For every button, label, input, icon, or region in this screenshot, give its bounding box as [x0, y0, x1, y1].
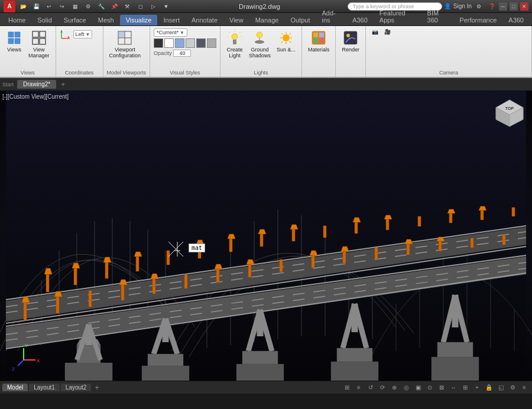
tab-view[interactable]: View [223, 15, 249, 25]
save-button[interactable]: 💾 [31, 1, 41, 12]
statusbar-icon-5[interactable]: ⊕ [389, 382, 400, 393]
statusbar-icon-8[interactable]: ⊙ [424, 382, 435, 393]
camera-group-label: Camera [369, 69, 528, 76]
drawing-tab[interactable]: Drawing2* [17, 80, 56, 89]
swatch-dark[interactable] [154, 38, 163, 48]
tab-home[interactable]: Home [2, 15, 31, 25]
info-icon-1[interactable]: ⚙ [473, 1, 484, 12]
sun-button[interactable]: Sun &... [274, 28, 298, 54]
open-button[interactable]: 📂 [18, 1, 28, 12]
statusbar-icon-3[interactable]: ↺ [365, 382, 376, 393]
svg-line-32 [290, 41, 291, 43]
start-label: Start [2, 82, 14, 87]
camera-btn-2[interactable]: 🎥 [382, 28, 393, 35]
restore-button[interactable]: □ [510, 2, 518, 11]
bridge-scene[interactable]: [-][Custom View][Current] TOP [0, 91, 532, 381]
views-button[interactable]: Views [4, 28, 25, 54]
statusbar-icon-4[interactable]: ⟳ [377, 382, 388, 393]
create-light-button[interactable]: CreateLight [224, 28, 245, 60]
swatch-gray[interactable] [186, 38, 195, 48]
swatch-silver[interactable] [207, 38, 216, 48]
svg-rect-139 [89, 291, 92, 307]
tab-output[interactable]: Output [284, 15, 316, 25]
render-button[interactable]: Render [339, 28, 362, 54]
statusbar-icon-12[interactable]: + [472, 382, 482, 393]
swatch-blue[interactable] [175, 38, 184, 48]
statusbar-icon-14[interactable]: ◱ [495, 382, 506, 393]
qa-icon-2[interactable]: 🔧 [96, 1, 106, 12]
tab-mesh[interactable]: Mesh [92, 15, 120, 25]
info-icon-2[interactable]: ❓ [486, 1, 497, 12]
viewport-config-label: ViewportConfiguration [109, 47, 141, 59]
statusbar-icon-13[interactable]: 🔒 [484, 382, 494, 393]
statusbar-icon-7[interactable]: ▣ [413, 382, 423, 393]
ground-shadows-button[interactable]: GroundShadows [246, 28, 273, 60]
tab-manage[interactable]: Manage [249, 15, 285, 25]
materials-button[interactable]: Materials [306, 28, 332, 54]
minimize-button[interactable]: ─ [499, 2, 507, 11]
visual-styles-dropdown[interactable]: *Current* ▼ [154, 28, 187, 37]
camera-btn-1[interactable]: 📷 [369, 28, 381, 35]
svg-rect-137 [56, 297, 59, 313]
qa-icon-5[interactable]: ◻ [135, 1, 145, 12]
qa-dropdown[interactable]: ▼ [161, 1, 171, 12]
tab-visualize[interactable]: Visualize [120, 15, 158, 25]
tab-annotate[interactable]: Annotate [186, 15, 223, 25]
viewport-cube[interactable]: TOP [494, 97, 523, 126]
svg-text:Z: Z [12, 366, 15, 372]
sun-icon [278, 30, 294, 46]
opacity-label: Opacity [154, 50, 172, 56]
svg-rect-149 [280, 259, 283, 272]
qa-menu-button[interactable]: ▦ [70, 1, 80, 12]
tab-a360-2[interactable]: A360 [502, 15, 530, 25]
svg-rect-145 [216, 269, 219, 283]
tab-performance[interactable]: Performance [453, 15, 502, 25]
svg-rect-150 [312, 255, 314, 268]
svg-marker-91 [142, 366, 189, 381]
app-logo: A [4, 1, 15, 12]
statusbar-icon-6[interactable]: ◎ [401, 382, 411, 393]
qa-icon-4[interactable]: ⚒ [122, 1, 132, 12]
add-tab-button[interactable]: + [57, 79, 69, 90]
statusbar-icon-15[interactable]: ⚙ [507, 382, 518, 393]
statusbar-icon-9[interactable]: ⊠ [436, 382, 447, 393]
ribbon-group-lights: CreateLight GroundShadows [220, 26, 302, 77]
tab-featured[interactable]: Featured Apps [374, 8, 421, 25]
swatch-navy[interactable] [196, 38, 206, 48]
svg-rect-120 [260, 234, 263, 246]
qa-icon-1[interactable]: ⚙ [83, 1, 93, 12]
signin-label[interactable]: Sign In [453, 3, 472, 9]
statusbar-icon-1[interactable]: ⊞ [342, 382, 352, 393]
canvas-area[interactable]: [-][Custom View][Current] TOP [0, 91, 532, 381]
close-button[interactable]: ✕ [520, 2, 528, 11]
tab-insert[interactable]: Insert [157, 15, 186, 25]
tab-addins[interactable]: Add-ins [316, 8, 346, 25]
undo-button[interactable]: ↩ [44, 1, 54, 12]
view-manager-label: ViewManager [28, 47, 50, 59]
statusbar-icon-16[interactable]: ≡ [519, 382, 530, 393]
viewport-label: [-][Custom View][Current] [2, 93, 69, 100]
model-tab[interactable]: Model [2, 384, 28, 391]
coords-dropdown[interactable]: Left ▼ [73, 30, 93, 38]
view-manager-button[interactable]: ViewManager [26, 28, 52, 60]
layout1-tab[interactable]: Layout1 [29, 384, 60, 391]
svg-rect-155 [407, 244, 410, 255]
tab-a360[interactable]: A360 [346, 15, 374, 25]
statusbar-icon-10[interactable]: ↔ [448, 382, 459, 393]
qa-icon-3[interactable]: 📌 [109, 1, 119, 12]
tab-solid[interactable]: Solid [31, 15, 57, 25]
add-layout-button[interactable]: + [92, 383, 101, 392]
swatch-light[interactable] [164, 38, 174, 48]
svg-marker-106 [432, 357, 479, 381]
viewport-config-button[interactable]: ViewportConfiguration [107, 28, 144, 60]
tab-surface[interactable]: Surface [58, 15, 92, 25]
tab-bim360[interactable]: BIM 360 [421, 8, 454, 25]
statusbar: Model Layout1 Layout2 + ⊞ ≡ ↺ ⟳ ⊕ ◎ ▣ ⊙ … [0, 381, 532, 394]
statusbar-icon-2[interactable]: ≡ [353, 382, 364, 393]
redo-button[interactable]: ↪ [57, 1, 67, 12]
statusbar-icon-11[interactable]: ⊞ [460, 382, 471, 393]
render-icon [342, 30, 359, 46]
opacity-input[interactable]: 40 [173, 50, 191, 57]
layout2-tab[interactable]: Layout2 [61, 384, 92, 391]
qa-icon-6[interactable]: ▷ [148, 1, 158, 12]
